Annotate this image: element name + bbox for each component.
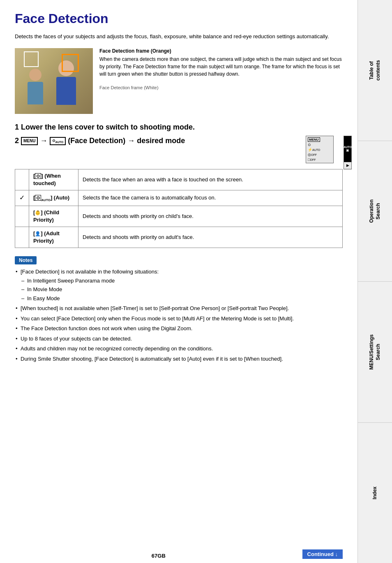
sidebar-label-3: MENU/SettingsSearch bbox=[369, 334, 381, 370]
person-left-body bbox=[28, 82, 43, 104]
icon-col-1: [⊙] (Whentouched) bbox=[29, 169, 78, 190]
sidebar-label-2: OperationSearch bbox=[369, 199, 381, 223]
desc-col-2: Selects the face the camera is to automa… bbox=[78, 190, 343, 206]
annotation-white-label: Face Detection frame (White) bbox=[99, 85, 159, 90]
camera-image bbox=[15, 48, 93, 114]
notes-list: [Face Detection] is not available in the… bbox=[15, 268, 343, 363]
option-icon-4: [👤] bbox=[33, 230, 43, 236]
play-icon: ▶ bbox=[346, 163, 349, 167]
list-item: [When touched] is not available when [Se… bbox=[15, 304, 343, 313]
annotation-orange-title: Face Detection frame (Orange) bbox=[99, 48, 343, 54]
step2-number: 2 bbox=[15, 137, 21, 145]
menu-row-5: □OFF bbox=[307, 157, 332, 162]
side-panel-row-2: ▶ bbox=[344, 162, 351, 169]
notes-section: Notes [Face Detection] is not available … bbox=[15, 256, 343, 363]
person-left bbox=[23, 69, 48, 110]
option-icon-2: [⊙AUTO] bbox=[33, 195, 52, 201]
sidebar-item-table-of-contents[interactable]: Table ofcontents bbox=[358, 0, 392, 141]
image-annotation-area: Face Detection frame (Orange) When the c… bbox=[15, 48, 343, 114]
list-item: [Face Detection] is not available in the… bbox=[15, 268, 343, 302]
sub-item-3: In Easy Mode bbox=[27, 295, 60, 301]
icon-col-4: [👤] (AdultPriority) bbox=[29, 227, 78, 248]
list-item: In Intelligent Sweep Panorama mode bbox=[21, 277, 343, 285]
list-item: In Movie Mode bbox=[21, 285, 343, 294]
person-right-body bbox=[56, 77, 76, 105]
note-2-text: [When touched] is not available when [Se… bbox=[21, 305, 289, 311]
note-4-text: The Face Detection function does not wor… bbox=[21, 325, 192, 331]
desc-col-1: Detects the face when an area with a fac… bbox=[78, 169, 343, 190]
list-item: The Face Detection function does not wor… bbox=[15, 324, 343, 333]
annotation-orange-body: When the camera detects more than one su… bbox=[99, 56, 343, 78]
check-col-2: ✓ bbox=[15, 190, 29, 206]
table-row: ✓ [⊙AUTO] (Auto) Selects the face the ca… bbox=[15, 190, 343, 206]
list-item: In Easy Mode bbox=[21, 294, 343, 303]
menu-row-5-icon: □OFF bbox=[308, 158, 316, 162]
option-icon-3: [👶] bbox=[33, 209, 43, 215]
table-row: [👶] (ChildPriority) Detects and shoots w… bbox=[15, 206, 343, 227]
desc-col-3: Detects and shoots with priority on chil… bbox=[78, 206, 343, 227]
side-panel-row-1: AUTO ▣ bbox=[344, 136, 351, 162]
menu-row-4: ◎OFF bbox=[307, 152, 332, 157]
menu-row-1-icon: MENU bbox=[308, 137, 320, 142]
note-5-text: Up to 8 faces of your subjects can be de… bbox=[21, 336, 132, 342]
annotation-section: Face Detection frame (Orange) When the c… bbox=[93, 48, 343, 114]
step-1: 1 Lower the lens cover to switch to shoo… bbox=[15, 122, 343, 132]
steps-section: 1 Lower the lens cover to switch to shoo… bbox=[15, 122, 343, 163]
list-item: Adults and children may not be recognize… bbox=[15, 345, 343, 353]
page-wrapper: Face Detection Detects the faces of your… bbox=[0, 0, 392, 563]
camera-menu-diagram: MENU ⊙ ⚡AUTO ◎OFF □OFF bbox=[306, 136, 343, 163]
page-title: Face Detection bbox=[15, 12, 343, 26]
menu-row-2-icon: ⊙ bbox=[308, 143, 311, 147]
menu-icon: MENU bbox=[21, 137, 38, 145]
note-6-text: Adults and children may not be recognize… bbox=[21, 345, 213, 352]
checkmark: ✓ bbox=[19, 194, 25, 201]
menu-row-4-icon: ◎OFF bbox=[308, 153, 317, 157]
list-item: During Smile Shutter shooting, [Face Det… bbox=[15, 355, 343, 363]
camera-image-wrapper bbox=[15, 48, 93, 114]
note-1-text: [Face Detection] is not available in the… bbox=[21, 269, 159, 275]
main-content: Face Detection Detects the faces of your… bbox=[0, 0, 357, 563]
intro-text: Detects the faces of your subjects and a… bbox=[15, 32, 335, 41]
sidebar: Table ofcontents OperationSearch MENU/Se… bbox=[357, 0, 392, 563]
face-frame-orange bbox=[62, 54, 79, 72]
table-row: [⊙] (Whentouched) Detects the face when … bbox=[15, 169, 343, 190]
sidebar-item-menu-settings-search[interactable]: MENU/SettingsSearch bbox=[358, 282, 392, 423]
annotation-white: Face Detection frame (White) bbox=[99, 85, 343, 90]
step-2-row: 2 MENU → ⊙AUTO (Face Detection) → desire… bbox=[15, 136, 343, 163]
menu-row-3: ⚡AUTO bbox=[307, 147, 332, 152]
sub-item-1: In Intelligent Sweep Panorama mode bbox=[27, 278, 115, 284]
sidebar-item-operation-search[interactable]: OperationSearch bbox=[358, 141, 392, 282]
check-col-3 bbox=[15, 206, 29, 227]
sub-item-2: In Movie Mode bbox=[27, 286, 62, 292]
annotation-orange: Face Detection frame (Orange) When the c… bbox=[99, 48, 343, 78]
camera-image-inner bbox=[15, 48, 93, 114]
desc-col-4: Detects and shoots with priority on adul… bbox=[78, 227, 343, 248]
sidebar-label-1: Table ofcontents bbox=[369, 60, 381, 81]
option-icon-1: [⊙] bbox=[33, 173, 43, 179]
list-item: You can select [Face Detection] only whe… bbox=[15, 315, 343, 323]
step2-arrow1: → bbox=[40, 137, 49, 145]
note-3-text: You can select [Face Detection] only whe… bbox=[21, 315, 294, 322]
list-item: Up to 8 faces of your subjects can be de… bbox=[15, 335, 343, 343]
sidebar-label-4: Index bbox=[372, 487, 378, 499]
face-detect-icon: ⊙AUTO bbox=[50, 137, 66, 146]
continued-label: Continued ↓ bbox=[302, 549, 343, 559]
sidebar-item-index[interactable]: Index bbox=[358, 423, 392, 563]
side-panel: AUTO ▣ ▶ bbox=[344, 136, 352, 169]
menu-row-2: ⊙ bbox=[307, 142, 332, 147]
page-number: 67GB bbox=[152, 553, 166, 559]
options-table: [⊙] (Whentouched) Detects the face when … bbox=[15, 169, 343, 248]
step2-suffix: desired mode bbox=[137, 137, 185, 145]
person-left-head bbox=[29, 69, 42, 81]
check-col-4 bbox=[15, 227, 29, 248]
face-frame-white bbox=[24, 51, 39, 67]
table-row: [👤] (AdultPriority) Detects and shoots w… bbox=[15, 227, 343, 248]
icon-col-3: [👶] (ChildPriority) bbox=[29, 206, 78, 227]
side-panel-auto-icon: AUTO bbox=[344, 146, 352, 148]
note-1-sublist: In Intelligent Sweep Panorama mode In Mo… bbox=[21, 277, 343, 303]
icon-col-2: [⊙AUTO] (Auto) bbox=[29, 190, 78, 206]
step2-middle: (Face Detection) → bbox=[68, 137, 137, 145]
note-7-text: During Smile Shutter shooting, [Face Det… bbox=[21, 356, 283, 362]
step-2-text: 2 MENU → ⊙AUTO (Face Detection) → desire… bbox=[15, 136, 299, 146]
notes-badge: Notes bbox=[15, 256, 37, 264]
